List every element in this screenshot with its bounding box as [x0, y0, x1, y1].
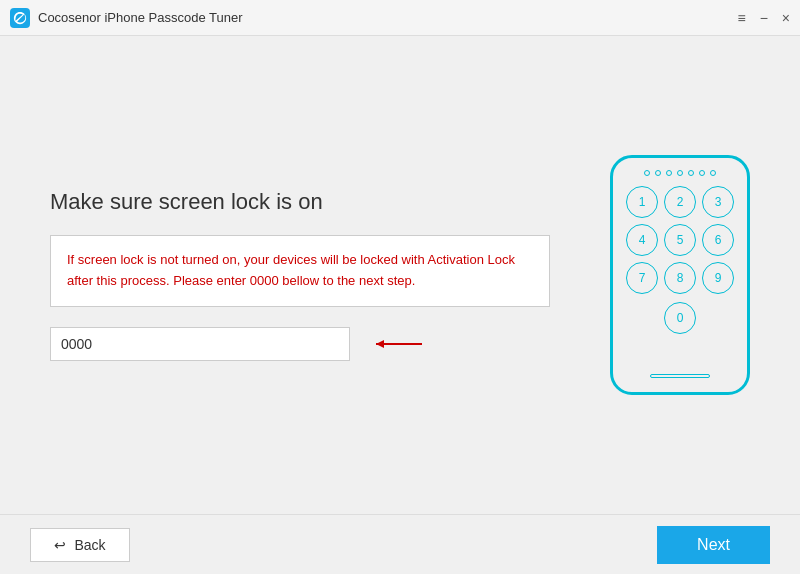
content-wrapper: Make sure screen lock is on If screen lo… — [50, 155, 750, 395]
key-6: 6 — [702, 224, 734, 256]
warning-box: If screen lock is not turned on, your de… — [50, 235, 550, 307]
back-arrow-icon: ↩ — [54, 537, 66, 553]
zero-row: 0 — [664, 298, 696, 334]
app-icon — [10, 8, 30, 28]
next-label: Next — [697, 536, 730, 553]
window-controls: ≡ − × — [737, 11, 790, 25]
svg-marker-1 — [376, 340, 384, 348]
key-0: 0 — [664, 302, 696, 334]
dot-4 — [677, 170, 683, 176]
key-3: 3 — [702, 186, 734, 218]
dot-6 — [699, 170, 705, 176]
iphone-body: 1 2 3 4 5 6 7 8 9 0 — [610, 155, 750, 395]
back-button[interactable]: ↩ Back — [30, 528, 130, 562]
main-content: Make sure screen lock is on If screen lo… — [0, 36, 800, 514]
dot-7 — [710, 170, 716, 176]
footer: ↩ Back Next — [0, 514, 800, 574]
iphone-home-bar — [650, 374, 710, 378]
warning-text: If screen lock is not turned on, your de… — [67, 252, 515, 288]
back-label: Back — [74, 537, 105, 553]
key-7: 7 — [626, 262, 658, 294]
left-panel: Make sure screen lock is on If screen lo… — [50, 189, 550, 361]
title-bar: Cocosenor iPhone Passcode Tuner ≡ − × — [0, 0, 800, 36]
page-heading: Make sure screen lock is on — [50, 189, 550, 215]
dot-5 — [688, 170, 694, 176]
key-1: 1 — [626, 186, 658, 218]
passcode-input[interactable] — [50, 327, 350, 361]
window-title: Cocosenor iPhone Passcode Tuner — [38, 10, 737, 25]
key-4: 4 — [626, 224, 658, 256]
minimize-icon[interactable]: − — [760, 11, 768, 25]
key-5: 5 — [664, 224, 696, 256]
dot-2 — [655, 170, 661, 176]
iphone-graphic: 1 2 3 4 5 6 7 8 9 0 — [610, 155, 750, 395]
next-button[interactable]: Next — [657, 526, 770, 564]
key-8: 8 — [664, 262, 696, 294]
iphone-dots — [644, 170, 716, 176]
dot-1 — [644, 170, 650, 176]
close-icon[interactable]: × — [782, 11, 790, 25]
iphone-keypad: 1 2 3 4 5 6 7 8 9 — [626, 186, 734, 294]
key-9: 9 — [702, 262, 734, 294]
key-2: 2 — [664, 186, 696, 218]
arrow-indicator — [362, 336, 432, 352]
input-row — [50, 327, 550, 361]
menu-icon[interactable]: ≡ — [737, 11, 745, 25]
dot-3 — [666, 170, 672, 176]
